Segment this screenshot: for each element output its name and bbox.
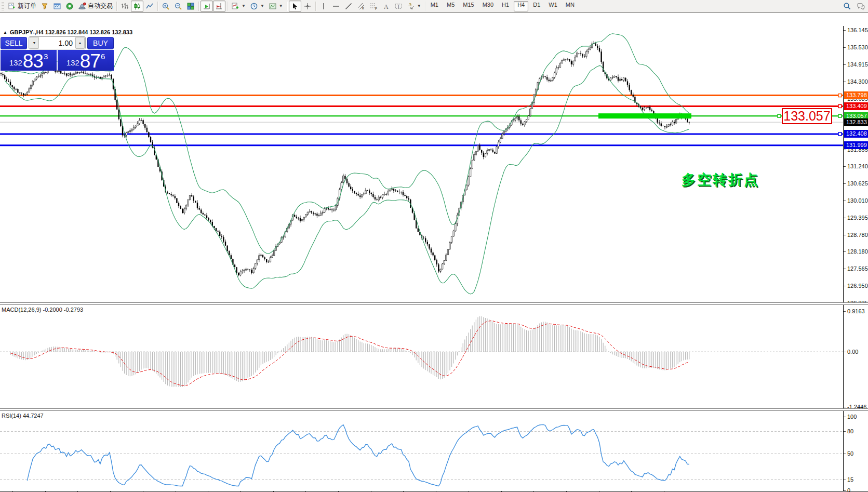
tile-windows-icon — [186, 2, 195, 10]
candlestick-chart-button[interactable] — [131, 1, 143, 12]
macd-axis-tick: 0.9163 — [847, 308, 865, 314]
zoom-in-button[interactable] — [159, 1, 172, 12]
zoom-out-button[interactable] — [172, 1, 184, 12]
line-chart-icon — [145, 2, 154, 10]
data-window-icon — [53, 2, 61, 10]
new-order-button[interactable]: 新订单 — [6, 1, 38, 12]
timeframe-button-w1[interactable]: W1 — [545, 1, 561, 11]
hline-handle[interactable] — [838, 114, 842, 117]
volume-decrease-button[interactable]: ▼ — [30, 37, 39, 49]
vertical-line-button[interactable] — [317, 1, 330, 12]
panel-separator[interactable] — [0, 408, 868, 411]
price-axis-tick: 134.300 — [847, 78, 868, 85]
data-window-button[interactable] — [51, 1, 63, 12]
rsi-axis-tick: 50 — [847, 450, 853, 457]
axis-tick-mark — [844, 201, 846, 201]
chart-shift-button[interactable] — [213, 1, 225, 12]
price-axis-tick: 128.180 — [847, 248, 868, 255]
periods-button[interactable]: ▼ — [248, 1, 266, 12]
macd-signal-line — [10, 321, 689, 386]
crosshair-icon — [303, 2, 312, 10]
price-axis-tick: 127.565 — [847, 265, 868, 272]
main-price-chart[interactable] — [0, 26, 843, 303]
crosshair-button[interactable] — [301, 1, 314, 12]
chart-title: ▲ GBPJPY-,H4 132.826 132.844 132.826 132… — [3, 29, 132, 35]
chart-title-text: GBPJPY-,H4 132.826 132.844 132.826 132.8… — [10, 29, 132, 35]
highlight-zone[interactable] — [598, 113, 691, 118]
tile-windows-button[interactable] — [184, 1, 197, 12]
price-level-label: 133.798 — [844, 91, 868, 99]
svg-text:T: T — [397, 4, 400, 9]
autotrading-button[interactable]: 自动交易 — [76, 1, 115, 12]
hline-handle[interactable] — [778, 114, 781, 117]
text-label-button[interactable]: T — [392, 1, 405, 12]
bar-chart-icon — [121, 2, 129, 10]
sell-button[interactable]: SELL — [1, 37, 27, 49]
cursor-icon — [291, 2, 299, 10]
indicators-button[interactable]: ▼ — [229, 1, 248, 12]
price-axis-tick: 134.915 — [847, 61, 868, 68]
line-chart-button[interactable] — [143, 1, 156, 12]
market-watch-icon — [41, 2, 49, 10]
time-axis-border — [0, 491, 868, 491]
rsi-axis-tick: 100 — [847, 414, 857, 420]
templates-button[interactable]: ▼ — [266, 1, 285, 12]
fibonacci-button[interactable]: F — [367, 1, 380, 12]
axis-tick-mark — [844, 166, 846, 167]
search-icon[interactable] — [843, 2, 851, 10]
timeframe-button-m15[interactable]: M15 — [459, 1, 477, 11]
buy-price-small: 132 — [66, 58, 79, 67]
toolbar-grip[interactable] — [2, 2, 4, 10]
dropdown-arrow-icon: ▼ — [260, 4, 264, 8]
chinese-note[interactable]: 多空转折点 — [682, 170, 759, 189]
axis-tick-mark — [844, 235, 846, 235]
navigator-button[interactable] — [63, 1, 76, 12]
axis-tick-mark — [844, 30, 846, 31]
auto-scroll-button[interactable] — [201, 1, 213, 12]
horizontal-line-icon — [332, 2, 340, 10]
arrows-button[interactable]: ▼ — [405, 1, 423, 12]
horizontal-line-button[interactable] — [330, 1, 342, 12]
toolbar: 新订单 自动 — [0, 0, 868, 12]
buy-button[interactable]: BUY — [87, 37, 114, 49]
price-annotation-box[interactable]: 133.057 — [782, 108, 832, 124]
hline-handle[interactable] — [838, 94, 842, 97]
new-order-label: 新订单 — [18, 2, 36, 10]
trendline-button[interactable] — [342, 1, 355, 12]
hline-handle[interactable] — [838, 104, 842, 108]
timeframe-button-m30[interactable]: M30 — [479, 1, 497, 11]
svg-text:E: E — [362, 7, 364, 10]
channel-button[interactable]: E — [355, 1, 367, 12]
timeframe-button-m5[interactable]: M5 — [443, 1, 458, 11]
panel-separator[interactable] — [0, 302, 868, 305]
hline-handle[interactable] — [838, 132, 842, 136]
chart-shift-icon — [215, 2, 223, 10]
buy-price-display[interactable]: 132 87 6 — [58, 50, 114, 71]
bar-chart-button[interactable] — [118, 1, 131, 12]
chart-window: ▲ GBPJPY-,H4 132.826 132.844 132.826 132… — [0, 12, 868, 492]
chat-icon[interactable] — [857, 2, 865, 10]
timeframe-button-m1[interactable]: M1 — [427, 1, 442, 11]
buy-price-sup: 6 — [101, 52, 105, 61]
volume-increase-button[interactable]: ▲ — [75, 37, 85, 49]
cursor-button[interactable] — [289, 1, 301, 12]
bear-candles — [1, 43, 690, 275]
macd-indicator-chart[interactable] — [0, 305, 843, 408]
sell-price-display[interactable]: 132 83 3 — [1, 50, 57, 71]
market-watch-button[interactable] — [38, 1, 51, 12]
indicators-icon — [231, 2, 239, 10]
price-axis-tick: 130.010 — [847, 197, 868, 204]
timeframe-button-h4[interactable]: H4 — [514, 1, 528, 11]
rsi-line — [27, 424, 689, 486]
zoom-in-icon — [162, 2, 170, 10]
price-level-label: 132.408 — [844, 130, 868, 138]
collapse-panel-icon[interactable]: ▲ — [3, 30, 7, 35]
timeframe-button-mn[interactable]: MN — [562, 1, 578, 11]
rsi-indicator-chart[interactable] — [0, 411, 843, 491]
text-button[interactable]: A — [380, 1, 392, 12]
axis-tick-mark — [844, 352, 846, 352]
volume-input[interactable] — [39, 39, 75, 47]
timeframe-button-d1[interactable]: D1 — [529, 1, 544, 11]
timeframe-button-h1[interactable]: H1 — [498, 1, 513, 11]
toolbar-separator — [227, 2, 228, 11]
